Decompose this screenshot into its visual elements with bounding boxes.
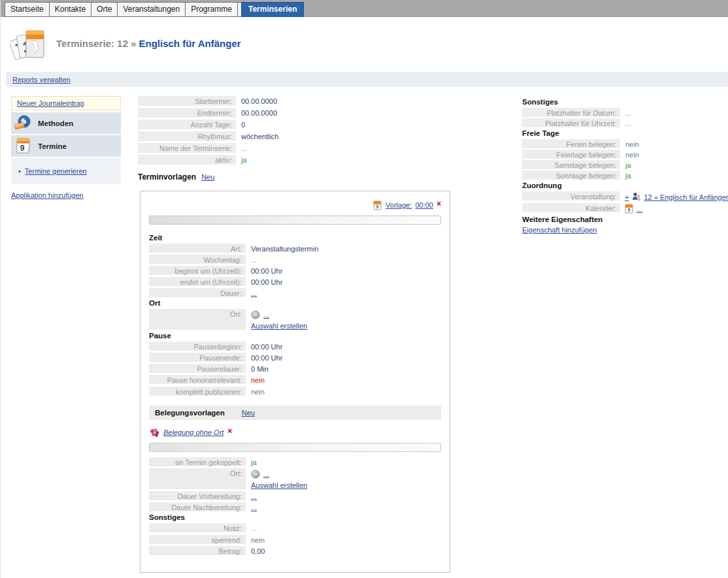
tab-veranstaltungen[interactable]: Veranstaltungen [117, 2, 186, 17]
field-value: 00:00 Uhr [246, 266, 282, 275]
field-value: 00:00 Uhr [246, 353, 282, 362]
card-row-pausenbeginn: Pausenbeginn: 00:00 Uhr [149, 342, 441, 351]
card-row-beginnt-um: beginnt um (Uhrzeit): 00:00 Uhr [149, 266, 441, 275]
sidebar-item-methoden[interactable]: Methoden [11, 112, 121, 134]
field-label: Veranstaltung: [522, 191, 620, 201]
card-row-dauer-vorbereitung: Dauer Vorbereitung: ... [149, 491, 441, 500]
add-application-link[interactable]: Applikation hinzufügen [11, 191, 84, 199]
field-value: ... [236, 143, 247, 153]
field-value: Veranstaltungstermin [246, 244, 318, 253]
field-label: Name der Terminserie: [138, 143, 236, 153]
dauer-vorbereitung-link[interactable]: ... [251, 492, 257, 500]
page-title: Terminserie: 12 » Englisch für Anfänger [56, 38, 241, 49]
field-label: Ferien belegen: [522, 139, 620, 148]
field-label: komplett publizieren: [149, 387, 246, 396]
card-row-ort: Ort: ... Auswahl erstellen [149, 309, 441, 330]
field-label: Starttermin: [138, 96, 236, 106]
card-row-dauer: Dauer: ... [149, 288, 441, 297]
reports-manage-link[interactable]: Reports verwalten [12, 76, 71, 84]
delete-belegung-button[interactable]: × [227, 427, 232, 435]
section-header-ort: Ort [149, 299, 441, 307]
termine-calendar-icon: 9 [14, 137, 32, 155]
field-label: Notiz: [149, 523, 246, 532]
vorlage-time-link[interactable]: 00:00 [415, 201, 433, 209]
field-label: Sonntage belegen: [522, 170, 620, 180]
add-veranstaltung-link[interactable]: + [625, 193, 629, 201]
field-label: Betrag: [149, 546, 246, 555]
new-journal-entry-box: Neuer Journaleintrag [11, 96, 121, 110]
card-row-komplett-publizieren: komplett publizieren: nein [149, 387, 441, 396]
kalender-icon: 9 [625, 204, 634, 214]
bullet-icon: • [18, 167, 21, 175]
delete-vorlage-button[interactable]: × [437, 200, 441, 208]
field-label: beginnt um (Uhrzeit): [149, 266, 246, 275]
field-label: Wochentag: [149, 255, 246, 264]
field-value: 0,00 [246, 546, 265, 555]
right-panel: Sonstiges Platzhalter für Datum: ... Pla… [522, 96, 728, 234]
top-nav-bar: Startseite Kontakte Orte Veranstaltungen… [1, 0, 728, 17]
section-header-zuordnung: Zuordnung [522, 182, 728, 189]
tab-terminserien-active[interactable]: Terminserien [241, 2, 304, 17]
tab-orte[interactable]: Orte [91, 2, 118, 17]
terminvorlagen-neu-link[interactable]: Neu [201, 173, 214, 181]
tab-kontakte[interactable]: Kontakte [49, 2, 91, 17]
beleg-auswahl-erstellen-link[interactable]: Auswahl erstellen [251, 481, 307, 489]
beleg-ort-select-link[interactable]: ... [263, 470, 269, 478]
field-value: nein [620, 139, 639, 148]
field-label: Ort: [149, 468, 246, 489]
auswahl-erstellen-link[interactable]: Auswahl erstellen [251, 322, 307, 330]
sidebar-sub-section: • Termine generieren [11, 158, 121, 184]
title-prefix: Terminserie: 12 [56, 38, 128, 49]
tab-startseite[interactable]: Startseite [5, 2, 50, 17]
field-label: endet um (Uhrzeit): [149, 277, 246, 286]
card-row-an-termin-gekoppelt: an Termin gekoppelt: ja [149, 457, 441, 466]
sidebar-item-label: Termine [38, 142, 67, 150]
card-row-pausenende: Pausenende: 00:00 Uhr [149, 353, 441, 362]
section-header-sonstiges: Sonstiges [522, 98, 728, 106]
field-value: 0 [236, 120, 245, 129]
kalender-select-link[interactable]: ... [637, 205, 642, 213]
field-value: ... [620, 118, 631, 127]
svg-text:9: 9 [20, 144, 25, 153]
field-label: Pausenbeginn: [149, 342, 246, 351]
terminserie-calendar-icon: 7 3 [10, 26, 46, 64]
belegung-ohne-ort-link[interactable]: Belegung ohne Ort [163, 428, 223, 436]
field-value: ... [246, 255, 257, 264]
veranstaltung-link[interactable]: 12 » Englisch für Anfänger [644, 193, 728, 201]
belegungsvorlagen-neu-link[interactable]: Neu [242, 409, 255, 417]
field-label: Dauer Vorbereitung: [149, 491, 246, 500]
field-value: ja [620, 160, 631, 169]
add-application-area: Applikation hinzufügen [11, 191, 84, 199]
field-value: 00:00 Uhr [246, 342, 282, 351]
vorlage-calendar-icon: 9 [373, 201, 382, 210]
sidebar-item-termine[interactable]: 9 Termine [11, 135, 121, 157]
field-label: Art: [149, 244, 246, 253]
eigenschaft-hinzufuegen-link[interactable]: Eigenschaft hinzufügen [522, 226, 597, 234]
field-label: Kalender: [522, 203, 620, 212]
sidebar: Neuer Journaleintrag Methoden [11, 96, 121, 184]
ort-select-link[interactable]: ... [263, 311, 269, 319]
field-value: nein [620, 150, 639, 159]
tab-programme[interactable]: Programme [185, 2, 238, 17]
panel-row-ferien-belegen: Ferien belegen: nein [522, 139, 728, 148]
termine-generieren-link[interactable]: Termine generieren [25, 167, 87, 175]
form-row-anzahl-tage: Anzahl Tage: 0 [138, 120, 452, 129]
card-row-art: Art: Veranstaltungstermin [149, 244, 441, 253]
field-label: Dauer Nachbereitung: [149, 502, 246, 511]
field-value: ja [620, 170, 631, 180]
field-label: Endtermin: [138, 108, 236, 118]
dauer-nachbereitung-link[interactable]: ... [251, 504, 257, 511]
new-journal-entry-link[interactable]: Neuer Journaleintrag [17, 99, 84, 107]
section-header-freie-tage: Freie Tage [522, 129, 728, 137]
form-row-rhythmus: Rhythmus: wöchentlich [138, 131, 452, 141]
dauer-edit-link[interactable]: ... [251, 289, 257, 297]
sidebar-item-label: Methoden [38, 120, 73, 127]
reports-toolbar: Reports verwalten [6, 72, 728, 87]
vorlage-link[interactable]: Vorlage: [386, 201, 412, 209]
field-value: 00.00.0000 [236, 96, 277, 106]
methoden-icon [14, 114, 32, 132]
field-value: 00:00 Uhr [246, 277, 282, 286]
panel-row-samstage-belegen: Samstage belegen: ja [522, 160, 728, 169]
card-row-betrag: Betrag: 0,00 [149, 546, 441, 555]
field-label: Rhythmus: [138, 131, 236, 141]
